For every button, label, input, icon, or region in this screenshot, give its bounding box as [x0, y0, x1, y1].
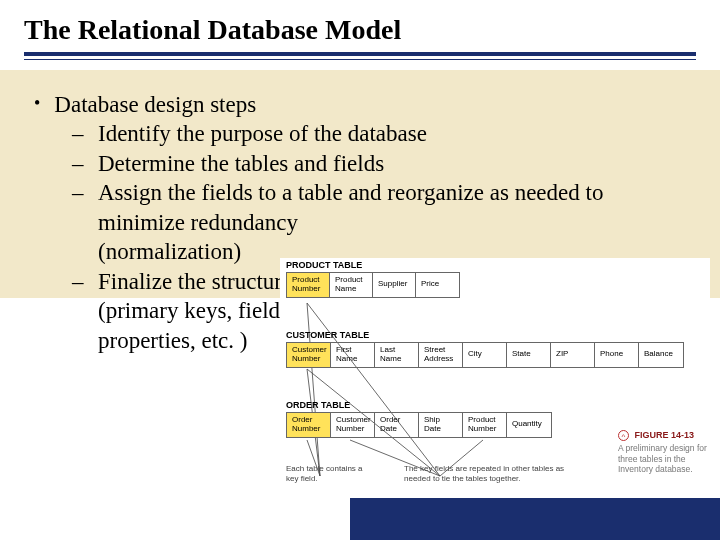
col-quantity: Quantity [507, 413, 551, 437]
col-city: City [463, 343, 507, 367]
col-zip: ZIP [551, 343, 595, 367]
col-balance: Balance [639, 343, 683, 367]
title-rule-thick [24, 52, 696, 56]
bullet-dash: – [72, 178, 86, 266]
caption-keyfield: Each table contains a key field. [286, 464, 371, 484]
product-label: PRODUCT TABLE [286, 260, 460, 270]
bullet-l2d-text: Finalize the structure (primary keys, fi… [98, 267, 308, 355]
customer-table: Customer Number First Name Last Name Str… [286, 342, 684, 368]
title-rule-thin [24, 59, 696, 60]
col-ship-date: Ship Date [419, 413, 463, 437]
col-price: Price [416, 273, 459, 297]
bullet-level2: – Assign the fields to a table and reorg… [72, 178, 694, 266]
figure-number: FIGURE 14-13 [635, 430, 695, 440]
svg-line-6 [307, 303, 440, 476]
svg-line-0 [307, 303, 320, 476]
order-block: ORDER TABLE Order Number Customer Number… [286, 400, 552, 438]
col-customer-number: Customer Number [287, 343, 331, 367]
bullet-l2c-wrap: Assign the fields to a table and reorgan… [98, 178, 708, 266]
bullet-level2: – Determine the tables and fields [72, 149, 694, 178]
figure-number-row: ^ FIGURE 14-13 [618, 430, 712, 441]
bullet-l1-text: Database design steps [54, 90, 256, 119]
col-product-name: Product Name [330, 273, 373, 297]
customer-label: CUSTOMER TABLE [286, 330, 684, 340]
bullet-level1: • Database design steps [34, 90, 694, 119]
col-product-number: Product Number [287, 273, 330, 297]
col-order-product: Product Number [463, 413, 507, 437]
order-label: ORDER TABLE [286, 400, 552, 410]
col-state: State [507, 343, 551, 367]
bullet-dot: • [34, 92, 40, 121]
col-phone: Phone [595, 343, 639, 367]
er-diagram: PRODUCT TABLE Product Number Product Nam… [280, 258, 710, 498]
bullet-l2c-line1: Assign the fields to a table and reorgan… [98, 178, 708, 207]
col-order-customer: Customer Number [331, 413, 375, 437]
figure-glyph-icon: ^ [618, 430, 629, 441]
bullet-l2c-line2: minimize redundancy (normalization) [98, 208, 308, 267]
customer-block: CUSTOMER TABLE Customer Number First Nam… [286, 330, 684, 368]
col-supplier: Supplier [373, 273, 416, 297]
caption-repeated: The key fields are repeated in other tab… [404, 464, 584, 484]
col-last-name: Last Name [375, 343, 419, 367]
figure-caption: ^ FIGURE 14-13 A preliminary design for … [618, 430, 712, 475]
product-table: Product Number Product Name Supplier Pri… [286, 272, 460, 298]
col-first-name: First Name [331, 343, 375, 367]
bullet-dash: – [72, 119, 86, 148]
col-street: Street Address [419, 343, 463, 367]
footer-band [350, 498, 720, 540]
bullet-l2b-text: Determine the tables and fields [98, 149, 384, 178]
bullet-dash: – [72, 149, 86, 178]
bullet-level2: – Identify the purpose of the database [72, 119, 694, 148]
product-block: PRODUCT TABLE Product Number Product Nam… [286, 260, 460, 298]
slide-title: The Relational Database Model [24, 14, 401, 46]
col-order-date: Order Date [375, 413, 419, 437]
figure-text: A preliminary design for three tables in… [618, 443, 712, 475]
bullet-l2a-text: Identify the purpose of the database [98, 119, 427, 148]
col-order-number: Order Number [287, 413, 331, 437]
order-table: Order Number Customer Number Order Date … [286, 412, 552, 438]
bullet-dash: – [72, 267, 86, 355]
